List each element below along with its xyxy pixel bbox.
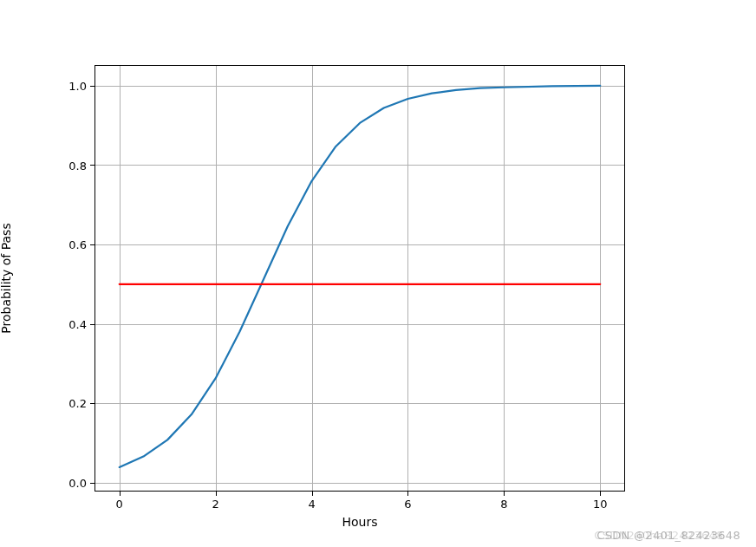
y-tick-label: 0.8	[68, 159, 87, 172]
x-tick-label: 8	[500, 498, 507, 511]
x-tick-label: 2	[212, 498, 218, 511]
x-tick-label: 10	[593, 498, 608, 511]
x-tick-label: 0	[116, 498, 123, 511]
y-tick	[90, 165, 94, 166]
x-tick	[504, 492, 505, 496]
tick-layer: 02468100.00.20.40.60.81.0	[95, 66, 624, 491]
x-tick-label: 6	[404, 498, 411, 511]
y-tick-label: 0.0	[68, 476, 87, 489]
y-tick-label: 0.6	[68, 238, 87, 251]
x-tick	[600, 492, 601, 496]
y-tick-label: 1.0	[68, 79, 87, 92]
watermark-shadow: CSDN240ha82423648	[594, 529, 723, 542]
y-tick	[90, 244, 94, 245]
y-tick	[90, 86, 94, 87]
watermark: CSDN240ha82423648 CSDN @2401_82423648	[596, 529, 740, 542]
y-axis-label: Probability of Pass	[0, 223, 12, 333]
plot-area: 02468100.00.20.40.60.81.0 Hours Probabil…	[94, 65, 625, 492]
y-tick-label: 0.2	[68, 397, 87, 410]
x-tick-label: 4	[308, 498, 315, 511]
x-tick	[216, 492, 217, 496]
x-tick	[407, 492, 408, 496]
x-axis-label: Hours	[342, 515, 377, 529]
x-tick	[312, 492, 313, 496]
y-tick	[90, 483, 94, 484]
y-tick	[90, 403, 94, 404]
figure-canvas: 02468100.00.20.40.60.81.0 Hours Probabil…	[0, 0, 756, 547]
x-tick	[120, 492, 121, 496]
y-tick	[90, 324, 94, 325]
y-tick-label: 0.4	[68, 317, 87, 330]
